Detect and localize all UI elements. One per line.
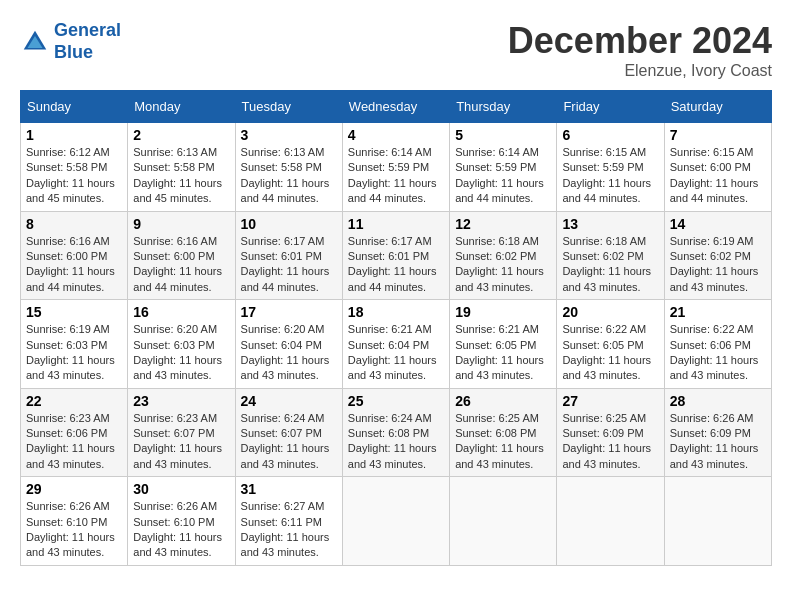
logo-text: General Blue — [54, 20, 121, 63]
calendar-day-cell: 1Sunrise: 6:12 AMSunset: 5:58 PMDaylight… — [21, 123, 128, 212]
day-number: 16 — [133, 304, 229, 320]
day-info: Sunrise: 6:23 AMSunset: 6:07 PMDaylight:… — [133, 411, 229, 473]
day-number: 12 — [455, 216, 551, 232]
calendar-day-cell: 10Sunrise: 6:17 AMSunset: 6:01 PMDayligh… — [235, 211, 342, 300]
day-info: Sunrise: 6:26 AMSunset: 6:10 PMDaylight:… — [133, 499, 229, 561]
day-info: Sunrise: 6:21 AMSunset: 6:05 PMDaylight:… — [455, 322, 551, 384]
location: Elenzue, Ivory Coast — [508, 62, 772, 80]
day-info: Sunrise: 6:24 AMSunset: 6:08 PMDaylight:… — [348, 411, 444, 473]
day-number: 8 — [26, 216, 122, 232]
calendar-day-cell: 17Sunrise: 6:20 AMSunset: 6:04 PMDayligh… — [235, 300, 342, 389]
calendar-header-cell: Wednesday — [342, 91, 449, 123]
day-info: Sunrise: 6:16 AMSunset: 6:00 PMDaylight:… — [133, 234, 229, 296]
calendar-week-row: 1Sunrise: 6:12 AMSunset: 5:58 PMDaylight… — [21, 123, 772, 212]
day-info: Sunrise: 6:19 AMSunset: 6:02 PMDaylight:… — [670, 234, 766, 296]
day-info: Sunrise: 6:25 AMSunset: 6:08 PMDaylight:… — [455, 411, 551, 473]
day-number: 22 — [26, 393, 122, 409]
day-number: 7 — [670, 127, 766, 143]
day-info: Sunrise: 6:25 AMSunset: 6:09 PMDaylight:… — [562, 411, 658, 473]
logo: General Blue — [20, 20, 121, 63]
day-info: Sunrise: 6:17 AMSunset: 6:01 PMDaylight:… — [241, 234, 337, 296]
calendar-body: 1Sunrise: 6:12 AMSunset: 5:58 PMDaylight… — [21, 123, 772, 566]
day-number: 5 — [455, 127, 551, 143]
calendar-header-cell: Tuesday — [235, 91, 342, 123]
calendar-day-cell: 22Sunrise: 6:23 AMSunset: 6:06 PMDayligh… — [21, 388, 128, 477]
calendar-day-cell: 15Sunrise: 6:19 AMSunset: 6:03 PMDayligh… — [21, 300, 128, 389]
day-info: Sunrise: 6:24 AMSunset: 6:07 PMDaylight:… — [241, 411, 337, 473]
day-info: Sunrise: 6:18 AMSunset: 6:02 PMDaylight:… — [562, 234, 658, 296]
calendar-day-cell: 21Sunrise: 6:22 AMSunset: 6:06 PMDayligh… — [664, 300, 771, 389]
day-info: Sunrise: 6:20 AMSunset: 6:03 PMDaylight:… — [133, 322, 229, 384]
day-info: Sunrise: 6:15 AMSunset: 6:00 PMDaylight:… — [670, 145, 766, 207]
day-info: Sunrise: 6:13 AMSunset: 5:58 PMDaylight:… — [241, 145, 337, 207]
calendar-week-row: 15Sunrise: 6:19 AMSunset: 6:03 PMDayligh… — [21, 300, 772, 389]
day-info: Sunrise: 6:19 AMSunset: 6:03 PMDaylight:… — [26, 322, 122, 384]
calendar-day-cell: 5Sunrise: 6:14 AMSunset: 5:59 PMDaylight… — [450, 123, 557, 212]
day-info: Sunrise: 6:13 AMSunset: 5:58 PMDaylight:… — [133, 145, 229, 207]
calendar-header-row: SundayMondayTuesdayWednesdayThursdayFrid… — [21, 91, 772, 123]
day-number: 23 — [133, 393, 229, 409]
calendar-day-cell: 13Sunrise: 6:18 AMSunset: 6:02 PMDayligh… — [557, 211, 664, 300]
calendar-day-cell: 30Sunrise: 6:26 AMSunset: 6:10 PMDayligh… — [128, 477, 235, 566]
day-info: Sunrise: 6:27 AMSunset: 6:11 PMDaylight:… — [241, 499, 337, 561]
day-number: 2 — [133, 127, 229, 143]
day-info: Sunrise: 6:17 AMSunset: 6:01 PMDaylight:… — [348, 234, 444, 296]
calendar-day-cell: 19Sunrise: 6:21 AMSunset: 6:05 PMDayligh… — [450, 300, 557, 389]
calendar-day-cell: 31Sunrise: 6:27 AMSunset: 6:11 PMDayligh… — [235, 477, 342, 566]
day-number: 20 — [562, 304, 658, 320]
day-number: 30 — [133, 481, 229, 497]
day-number: 1 — [26, 127, 122, 143]
day-number: 21 — [670, 304, 766, 320]
calendar-header-cell: Thursday — [450, 91, 557, 123]
day-number: 19 — [455, 304, 551, 320]
calendar-day-cell: 16Sunrise: 6:20 AMSunset: 6:03 PMDayligh… — [128, 300, 235, 389]
day-info: Sunrise: 6:14 AMSunset: 5:59 PMDaylight:… — [348, 145, 444, 207]
calendar-week-row: 8Sunrise: 6:16 AMSunset: 6:00 PMDaylight… — [21, 211, 772, 300]
title-area: December 2024 Elenzue, Ivory Coast — [508, 20, 772, 80]
day-number: 10 — [241, 216, 337, 232]
day-number: 11 — [348, 216, 444, 232]
calendar-week-row: 22Sunrise: 6:23 AMSunset: 6:06 PMDayligh… — [21, 388, 772, 477]
calendar-day-cell — [450, 477, 557, 566]
day-number: 6 — [562, 127, 658, 143]
calendar-day-cell: 12Sunrise: 6:18 AMSunset: 6:02 PMDayligh… — [450, 211, 557, 300]
day-info: Sunrise: 6:14 AMSunset: 5:59 PMDaylight:… — [455, 145, 551, 207]
day-number: 14 — [670, 216, 766, 232]
calendar-day-cell: 7Sunrise: 6:15 AMSunset: 6:00 PMDaylight… — [664, 123, 771, 212]
calendar-day-cell: 28Sunrise: 6:26 AMSunset: 6:09 PMDayligh… — [664, 388, 771, 477]
logo-line2: Blue — [54, 42, 93, 62]
page-header: General Blue December 2024 Elenzue, Ivor… — [20, 20, 772, 80]
calendar-day-cell: 20Sunrise: 6:22 AMSunset: 6:05 PMDayligh… — [557, 300, 664, 389]
day-info: Sunrise: 6:20 AMSunset: 6:04 PMDaylight:… — [241, 322, 337, 384]
logo-icon — [20, 27, 50, 57]
calendar-day-cell: 11Sunrise: 6:17 AMSunset: 6:01 PMDayligh… — [342, 211, 449, 300]
day-number: 4 — [348, 127, 444, 143]
day-number: 25 — [348, 393, 444, 409]
calendar-day-cell: 8Sunrise: 6:16 AMSunset: 6:00 PMDaylight… — [21, 211, 128, 300]
day-number: 13 — [562, 216, 658, 232]
day-number: 28 — [670, 393, 766, 409]
day-info: Sunrise: 6:18 AMSunset: 6:02 PMDaylight:… — [455, 234, 551, 296]
calendar-header-cell: Monday — [128, 91, 235, 123]
day-number: 29 — [26, 481, 122, 497]
day-number: 18 — [348, 304, 444, 320]
calendar-day-cell: 26Sunrise: 6:25 AMSunset: 6:08 PMDayligh… — [450, 388, 557, 477]
day-info: Sunrise: 6:21 AMSunset: 6:04 PMDaylight:… — [348, 322, 444, 384]
calendar-day-cell: 25Sunrise: 6:24 AMSunset: 6:08 PMDayligh… — [342, 388, 449, 477]
day-info: Sunrise: 6:15 AMSunset: 5:59 PMDaylight:… — [562, 145, 658, 207]
calendar-day-cell: 2Sunrise: 6:13 AMSunset: 5:58 PMDaylight… — [128, 123, 235, 212]
day-number: 17 — [241, 304, 337, 320]
day-number: 27 — [562, 393, 658, 409]
day-info: Sunrise: 6:22 AMSunset: 6:05 PMDaylight:… — [562, 322, 658, 384]
day-info: Sunrise: 6:23 AMSunset: 6:06 PMDaylight:… — [26, 411, 122, 473]
calendar-header-cell: Sunday — [21, 91, 128, 123]
day-number: 3 — [241, 127, 337, 143]
calendar-day-cell: 14Sunrise: 6:19 AMSunset: 6:02 PMDayligh… — [664, 211, 771, 300]
calendar-day-cell: 6Sunrise: 6:15 AMSunset: 5:59 PMDaylight… — [557, 123, 664, 212]
day-info: Sunrise: 6:22 AMSunset: 6:06 PMDaylight:… — [670, 322, 766, 384]
day-number: 15 — [26, 304, 122, 320]
day-number: 31 — [241, 481, 337, 497]
calendar-day-cell: 23Sunrise: 6:23 AMSunset: 6:07 PMDayligh… — [128, 388, 235, 477]
month-title: December 2024 — [508, 20, 772, 62]
calendar-day-cell — [664, 477, 771, 566]
